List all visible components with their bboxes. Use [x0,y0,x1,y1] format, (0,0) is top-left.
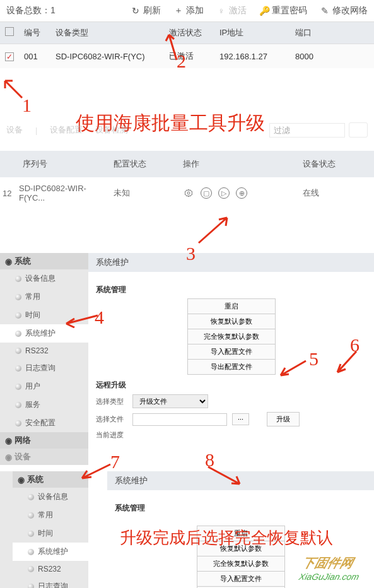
filter-input[interactable] [269,123,345,138]
full-restore-button[interactable]: 完全恢复默认参数 [197,556,285,572]
select-all-checkbox[interactable] [5,27,14,36]
sidebar-item-devinfo[interactable]: 设备信息 [0,269,88,288]
operation-icons: ▢ ▷ ⊕ [183,187,290,199]
cell-port: 8000 [290,52,328,61]
header-ops: 操作 [177,158,296,170]
globe-small-icon: ◉ [5,257,12,266]
dot-icon [15,331,21,337]
globe-icon[interactable]: ⊕ [236,187,247,199]
globe-small-icon: ◉ [18,475,25,485]
header-port: 端口 [290,27,328,38]
content-title: 系统维护 [88,253,374,272]
add-button[interactable]: ＋添加 [173,5,204,16]
table-header: 编号 设备类型 激活状态 IP地址 端口 [0,21,374,44]
reset-password-button[interactable]: 🔑重置密码 [259,5,307,16]
header-serial: 序列号 [0,158,107,170]
reboot-button[interactable]: 重启 [187,298,276,314]
annotation-1: 1 [22,95,32,116]
sidebar-item-log[interactable]: 日志查询 [0,359,88,377]
sidebar-item-time[interactable]: 时间 [0,306,88,324]
activate-button[interactable]: ♀激活 [216,5,247,16]
sidebar-item-security[interactable]: 安全配置 [0,414,88,432]
sidebar-item-common[interactable]: 常用 [0,288,88,306]
table2-row[interactable]: 12 SD-IPC6082-WIR-F(YC... 未知 ▢ ▷ ⊕ 在线 [0,177,374,209]
cell-type: SD-IPC6082-WIR-F(YC) [50,52,164,61]
select-type-label: 选择类型 [96,397,127,406]
header-ip: IP地址 [214,27,290,38]
dot-icon [28,531,34,537]
total-label: 设备总数： [6,5,50,15]
sidebar-group-network[interactable]: ◉网络 [0,432,88,449]
sidebar-item-maintenance[interactable]: 系统维护 [13,543,88,561]
play-icon[interactable]: ▷ [218,187,230,199]
export-button[interactable]: 导出配置文件 [187,359,276,375]
tab-item[interactable]: 设备检测 [95,124,128,136]
dot-icon [15,294,21,300]
dot-icon [15,276,21,282]
annotation-arrow-1 [0,76,25,101]
type-select[interactable]: 升级文件 [132,394,208,408]
sidebar-item-time[interactable]: 时间 [13,524,88,543]
cell-dev: 在线 [296,187,347,199]
watermark-url: XiaGuJian.com [298,572,360,582]
import-button[interactable]: 导入配置文件 [187,344,276,360]
table-row[interactable]: 001 SD-IPC6082-WIR-F(YC) 已激活 192.168.1.2… [0,44,374,68]
sidebar-item-common[interactable]: 常用 [13,506,88,524]
monitor-icon[interactable]: ▢ [201,187,212,199]
dot-icon [28,584,34,589]
search-button[interactable] [349,122,368,138]
dot-icon [15,420,21,426]
modify-network-button[interactable]: ✎修改网络 [320,5,368,16]
device-status-panel: 设备 | 设备配置 设备检测 序列号 配置状态 操作 设备状态 12 SD-IP… [0,119,374,209]
secondary-toolbar: 设备 | 设备配置 设备检测 [0,119,374,141]
restore-button[interactable]: 恢复默认参数 [197,541,285,556]
cell-ip: 192.168.1.27 [214,52,290,61]
file-input[interactable] [132,413,227,426]
watermark: 下固件网 XiaGuJian.com [298,555,365,582]
sidebar: ◉系统 设备信息 常用 时间 系统维护 RS232 日志查询 用户 服务 安全配… [0,253,88,465]
dot-icon [28,566,34,572]
content-title: 系统维护 [107,471,374,490]
annotation-arrow-3 [196,215,233,246]
config-panel-1: ◉系统 设备信息 常用 时间 系统维护 RS232 日志查询 用户 服务 安全配… [0,253,374,465]
header-num: 编号 [19,27,50,38]
edit-icon: ✎ [320,6,330,16]
cell-serial: SD-IPC6082-WIR-F(YC... [13,184,107,203]
sidebar-group-other[interactable]: ◉设备 [0,449,88,465]
sidebar-item-rs232[interactable]: RS232 [13,561,88,577]
row-checkbox[interactable] [5,52,14,61]
mgmt-title: 系统管理 [115,503,366,514]
import-button[interactable]: 导入配置文件 [197,571,285,587]
watermark-text: 下固件网 [301,556,355,570]
gear-icon[interactable] [183,187,194,199]
dot-icon [15,365,21,372]
tab-item[interactable]: 设备 [6,124,23,136]
header-cfg: 配置状态 [107,158,177,170]
button-stack: 重启 恢复默认参数 完全恢复默认参数 导入配置文件 导出配置文件 [96,299,366,375]
table2-header: 序列号 配置状态 操作 设备状态 [0,151,374,177]
mgmt-title: 系统管理 [96,285,366,295]
refresh-button[interactable]: ↻刷新 [131,5,161,16]
dot-icon [15,348,21,354]
device-list-panel: 设备总数：1 ↻刷新 ＋添加 ♀激活 🔑重置密码 ✎修改网络 编号 设备类型 激… [0,0,374,68]
refresh-icon: ↻ [131,6,141,16]
header-type: 设备类型 [50,27,164,38]
full-restore-button[interactable]: 完全恢复默认参数 [187,329,276,344]
globe-small-icon: ◉ [5,436,12,445]
upgrade-button[interactable]: 升级 [267,412,300,426]
sidebar-item-devinfo[interactable]: 设备信息 [13,488,88,506]
sidebar-item-rs232[interactable]: RS232 [0,343,88,359]
dot-icon [15,312,21,319]
browse-button[interactable]: ··· [232,413,249,425]
sidebar-item-log[interactable]: 日志查询 [13,577,88,588]
sidebar-group-system[interactable]: ◉系统 [13,471,88,488]
sidebar-item-service[interactable]: 服务 [0,396,88,414]
cell-num: 001 [19,52,50,61]
reboot-button[interactable]: 重启 [197,526,285,541]
dot-icon [15,384,21,390]
sidebar-item-user[interactable]: 用户 [0,377,88,396]
sidebar-item-maintenance[interactable]: 系统维护 [0,324,88,343]
tab-item[interactable]: 设备配置 [50,124,83,136]
restore-button[interactable]: 恢复默认参数 [187,314,276,329]
sidebar-group-system[interactable]: ◉系统 [0,253,88,269]
